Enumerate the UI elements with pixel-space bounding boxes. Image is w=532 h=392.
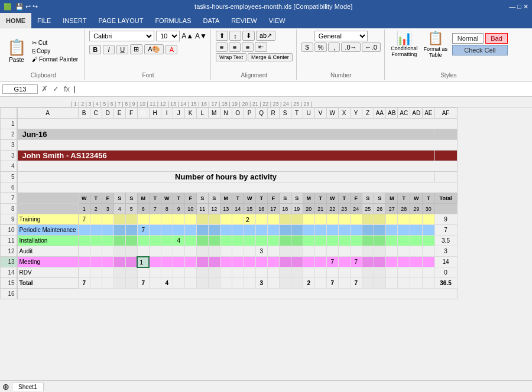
col-Z[interactable]: Z bbox=[362, 108, 374, 119]
cut-button[interactable]: ✂ Cut bbox=[30, 39, 80, 47]
tab-file[interactable]: FILE bbox=[31, 13, 57, 28]
grand-total[interactable]: 36.5 bbox=[434, 278, 457, 289]
tab-formulas[interactable]: FORMULAS bbox=[149, 13, 197, 28]
col-G[interactable]: G bbox=[137, 108, 149, 119]
col-E[interactable]: E bbox=[113, 108, 125, 119]
merge-center-button[interactable]: Merge & Center bbox=[248, 53, 293, 61]
align-top-button[interactable]: ⬆ bbox=[216, 31, 228, 41]
sheet-tab-1[interactable]: Sheet1 bbox=[12, 383, 44, 391]
decrease-decimal-button[interactable]: ←.0 bbox=[362, 43, 381, 52]
col-J[interactable]: J bbox=[173, 108, 184, 119]
meeting-22[interactable]: 7 bbox=[326, 257, 338, 267]
confirm-icon[interactable]: ✓ bbox=[51, 84, 60, 93]
col-S[interactable]: S bbox=[279, 108, 291, 119]
decrease-font-icon[interactable]: A▼ bbox=[195, 32, 207, 40]
underline-button[interactable]: U bbox=[116, 45, 128, 54]
copy-button[interactable]: ⎘ Copy bbox=[30, 47, 80, 55]
align-bottom-button[interactable]: ⬇ bbox=[242, 31, 255, 41]
col-AA[interactable]: AA bbox=[374, 108, 385, 119]
increase-decimal-button[interactable]: .0→ bbox=[341, 43, 360, 52]
audit-label[interactable]: Audit bbox=[17, 246, 79, 257]
indent-button[interactable]: ⇤ bbox=[255, 42, 267, 52]
total-header[interactable]: Total bbox=[434, 193, 457, 204]
col-H[interactable]: H bbox=[149, 108, 161, 119]
col-F[interactable]: F bbox=[125, 108, 137, 119]
cancel-icon[interactable]: ✗ bbox=[40, 84, 49, 93]
rdv-label[interactable]: RDV bbox=[17, 267, 79, 278]
col-Q[interactable]: Q bbox=[255, 108, 267, 119]
col-V[interactable]: V bbox=[314, 108, 326, 119]
training-total[interactable]: 9 bbox=[434, 214, 457, 225]
audit-16[interactable]: 3 bbox=[255, 246, 267, 257]
cell-reference-input[interactable] bbox=[2, 84, 38, 94]
meeting-total[interactable]: 14 bbox=[434, 257, 457, 267]
audit-total[interactable]: 3 bbox=[434, 246, 457, 257]
meeting-label[interactable]: Meeting bbox=[17, 257, 79, 267]
align-middle-button[interactable]: ↕ bbox=[229, 31, 241, 41]
font-color-button[interactable]: A bbox=[166, 45, 177, 54]
font-size-select[interactable]: 10 bbox=[156, 31, 180, 41]
formula-input[interactable] bbox=[77, 86, 530, 93]
paste-button[interactable]: 📋 Paste bbox=[6, 37, 27, 64]
conditional-formatting-button[interactable]: 📊 Conditional Formatting bbox=[390, 31, 419, 58]
col-W[interactable]: W bbox=[326, 108, 338, 119]
col-C[interactable]: C bbox=[90, 108, 102, 119]
percent-button[interactable]: % bbox=[314, 43, 327, 52]
style-normal-button[interactable]: Normal bbox=[452, 33, 484, 44]
meeting-selected-cell[interactable]: 1 bbox=[137, 257, 149, 267]
fill-color-button[interactable]: A🎨 bbox=[144, 44, 164, 54]
col-AE[interactable]: AE bbox=[423, 108, 434, 119]
training-15[interactable]: 2 bbox=[244, 214, 255, 225]
tab-page-layout[interactable]: PAGE LAYOUT bbox=[92, 13, 149, 28]
col-Y[interactable]: Y bbox=[350, 108, 362, 119]
col-N[interactable]: N bbox=[220, 108, 232, 119]
col-AB[interactable]: AB bbox=[386, 108, 398, 119]
col-I[interactable]: I bbox=[161, 108, 173, 119]
col-R[interactable]: R bbox=[267, 108, 279, 119]
align-center-button[interactable]: ≡ bbox=[229, 43, 241, 52]
installation-label[interactable]: Installation bbox=[17, 236, 79, 246]
col-AF[interactable]: AF bbox=[434, 108, 457, 119]
tab-view[interactable]: VIEW bbox=[263, 13, 291, 28]
name-cell[interactable]: John Smith - AS123456 bbox=[17, 151, 435, 161]
total-label[interactable]: Total bbox=[17, 278, 79, 289]
rdv-total[interactable]: 0 bbox=[434, 267, 457, 278]
col-D[interactable]: D bbox=[102, 108, 113, 119]
installation-total[interactable]: 3.5 bbox=[434, 236, 457, 246]
col-U[interactable]: U bbox=[303, 108, 314, 119]
format-painter-button[interactable]: 🖌 Format Painter bbox=[30, 55, 80, 63]
new-sheet-button[interactable]: ⊕ bbox=[2, 382, 9, 391]
col-O[interactable]: O bbox=[232, 108, 244, 119]
format-as-table-button[interactable]: 📋 Format as Table bbox=[421, 31, 450, 58]
border-button[interactable]: ⊞ bbox=[130, 44, 142, 54]
col-X[interactable]: X bbox=[338, 108, 350, 119]
align-left-button[interactable]: ≡ bbox=[216, 43, 228, 52]
tab-review[interactable]: REVIEW bbox=[225, 13, 262, 28]
align-right-button[interactable]: ≡ bbox=[242, 43, 254, 52]
periodic-label[interactable]: Periodic Maintenance bbox=[17, 225, 79, 236]
style-bad-button[interactable]: Bad bbox=[485, 33, 508, 44]
col-T[interactable]: T bbox=[291, 108, 303, 119]
currency-button[interactable]: $ bbox=[301, 43, 313, 52]
col-K[interactable]: K bbox=[184, 108, 196, 119]
col-B[interactable]: B bbox=[78, 108, 90, 119]
font-name-select[interactable]: Calibri bbox=[89, 31, 154, 41]
col-A[interactable]: A bbox=[17, 108, 79, 119]
tab-insert[interactable]: INSERT bbox=[57, 13, 92, 28]
window-buttons[interactable]: — □ ✕ bbox=[509, 3, 528, 11]
tab-home[interactable]: HOME bbox=[0, 13, 31, 28]
col-M[interactable]: M bbox=[208, 108, 220, 119]
periodic-total[interactable]: 7 bbox=[434, 225, 457, 236]
jun16-cell[interactable]: Jun-16 bbox=[17, 129, 435, 140]
orientation-button[interactable]: ab↗ bbox=[256, 31, 275, 41]
wrap-text-button[interactable]: Wrap Text bbox=[216, 53, 246, 61]
bold-button[interactable]: B bbox=[89, 45, 101, 54]
number-format-select[interactable]: General bbox=[314, 31, 368, 41]
grid-container[interactable]: A B C D E F G H I J K L M N O P Q bbox=[0, 107, 532, 380]
col-AC[interactable]: AC bbox=[398, 108, 410, 119]
col-AD[interactable]: AD bbox=[410, 108, 423, 119]
tab-data[interactable]: DATA bbox=[197, 13, 226, 28]
training-label[interactable]: Training bbox=[17, 214, 79, 225]
col-P[interactable]: P bbox=[244, 108, 255, 119]
col-L[interactable]: L bbox=[196, 108, 208, 119]
